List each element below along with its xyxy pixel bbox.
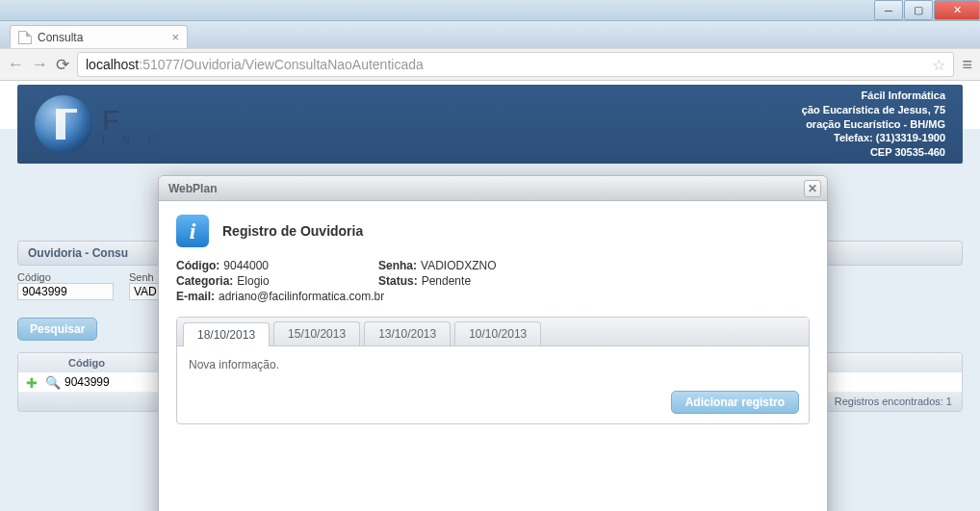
tab-date-0[interactable]: 18/10/2013	[183, 322, 270, 346]
codigo-val: 9044000	[223, 259, 269, 272]
window-minimize-button[interactable]: ─	[874, 0, 903, 20]
browser-tabstrip: Consulta ×	[0, 21, 980, 48]
tab-date-2[interactable]: 13/10/2013	[364, 321, 451, 345]
categoria-key: Categoria:	[176, 274, 233, 288]
tab-close-icon[interactable]: ×	[171, 30, 179, 44]
dialog-body: i Registro de Ouvidoria Código:9044000 S…	[159, 201, 827, 511]
dialog-titlebar: WebPlan ✕	[159, 176, 827, 201]
back-icon[interactable]: ←	[8, 55, 24, 74]
window-maximize-button[interactable]: ▢	[904, 0, 933, 20]
tab-date-3[interactable]: 10/10/2013	[454, 321, 541, 345]
bookmark-star-icon[interactable]: ☆	[932, 56, 945, 74]
url-host: localhost	[86, 57, 139, 72]
forward-icon[interactable]: →	[32, 55, 48, 74]
info-icon: i	[176, 215, 209, 247]
categoria-val: Elogio	[237, 274, 269, 288]
url-path: /Ouvidoria/ViewConsultaNaoAutenticada	[180, 57, 424, 72]
browser-tab-title: Consulta	[38, 31, 83, 44]
add-record-button[interactable]: Adicionar registro	[671, 391, 799, 414]
dialog-overlay: WebPlan ✕ i Registro de Ouvidoria Código…	[0, 81, 980, 511]
page-content: F I N F Fácil Informática ção Eucarístic…	[0, 81, 980, 511]
email-val: adriano@facilinformatica.com.br	[219, 290, 384, 303]
reload-icon[interactable]: ⟳	[56, 55, 69, 75]
tabs-bar: 18/10/2013 15/10/2013 13/10/2013 10/10/2…	[177, 318, 809, 346]
tab-date-1[interactable]: 15/10/2013	[273, 321, 360, 345]
senha-val: VADIODXZNO	[421, 259, 496, 272]
browser-toolbar: ← → ⟳ localhost:51077/Ouvidoria/ViewCons…	[0, 48, 980, 81]
codigo-key: Código:	[176, 259, 219, 272]
window-close-button[interactable]: ✕	[934, 0, 980, 20]
dialog-title: WebPlan	[168, 182, 217, 195]
browser-tab[interactable]: Consulta ×	[10, 25, 188, 48]
status-val: Pendente	[422, 274, 471, 288]
tab-pane: Nova informação. Adicionar registro	[177, 346, 809, 423]
chrome-menu-icon[interactable]: ≡	[962, 55, 972, 75]
history-tabs: 18/10/2013 15/10/2013 13/10/2013 10/10/2…	[176, 317, 810, 424]
record-fields: Código:9044000 Senha:VADIODXZNO Categori…	[176, 259, 810, 303]
status-key: Status:	[378, 274, 418, 288]
dialog-close-button[interactable]: ✕	[804, 180, 821, 197]
email-key: E-mail:	[176, 290, 215, 303]
tab-content-text: Nova informação.	[189, 358, 279, 371]
window-titlebar: ─ ▢ ✕	[0, 0, 980, 21]
browser-window: Consulta × ← → ⟳ localhost:51077/Ouvidor…	[0, 21, 980, 511]
url-port: :51077	[139, 57, 180, 72]
url-input[interactable]: localhost:51077/Ouvidoria/ViewConsultaNa…	[77, 52, 954, 77]
dialog: WebPlan ✕ i Registro de Ouvidoria Código…	[158, 175, 828, 511]
senha-key: Senha:	[378, 259, 417, 272]
dialog-heading: Registro de Ouvidoria	[222, 223, 363, 239]
page-icon	[18, 31, 32, 44]
